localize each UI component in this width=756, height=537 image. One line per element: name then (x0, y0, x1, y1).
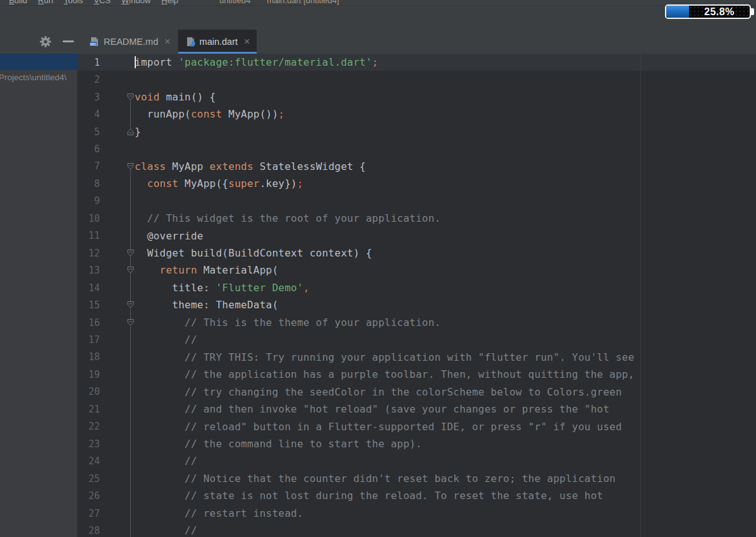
ide-window: RefactorBuildRunToolsVCSWindowHelpuntitl… (0, 0, 756, 537)
code-line[interactable]: 15 theme: ThemeData( (77, 296, 756, 313)
menu-item-vcs[interactable]: VCS (94, 0, 111, 5)
line-number[interactable]: 23 (77, 438, 100, 450)
code-line[interactable]: 8 const MyApp({super.key}); (77, 175, 756, 192)
tree-selected-row[interactable] (0, 54, 77, 70)
code-line[interactable]: 5} (77, 123, 756, 140)
fold-collapse-icon[interactable] (126, 93, 135, 101)
line-number[interactable]: 1 (77, 57, 100, 68)
token-comment: // Notice that the counter didn't reset … (135, 473, 616, 485)
fold-collapse-icon[interactable] (126, 301, 135, 309)
line-number[interactable]: 17 (77, 334, 100, 346)
token-plain: import (135, 56, 178, 68)
line-number[interactable]: 26 (77, 490, 100, 502)
code-line[interactable]: 12 Widget build(BuildContext context) { (77, 244, 756, 262)
token-comment: // TRY THIS: Try running your applicatio… (135, 351, 635, 363)
line-number[interactable]: 10 (77, 213, 100, 224)
settings-gear-icon[interactable] (39, 35, 52, 48)
code-line[interactable]: 4 runApp(const MyApp()); (77, 106, 756, 123)
fold-collapse-icon[interactable] (126, 162, 135, 171)
code-line[interactable]: 22 // reload" button in a Flutter-suppor… (77, 418, 756, 435)
code-line[interactable]: 3void main() { (77, 88, 756, 106)
menu-item-run[interactable]: Run (38, 0, 53, 5)
line-number[interactable]: 19 (77, 369, 100, 380)
fold-end-icon[interactable] (126, 128, 135, 136)
code-line[interactable]: 10 // This widget is the root of your ap… (77, 210, 756, 227)
code-text: Widget build(BuildContext context) { (135, 244, 372, 262)
gutter-fold-column (100, 487, 135, 504)
code-editor[interactable]: 1import 'package:flutter/material.dart';… (77, 54, 756, 537)
code-line[interactable]: 23 // the command line to start the app)… (77, 435, 756, 452)
fold-collapse-icon[interactable] (126, 266, 135, 274)
line-number[interactable]: 18 (77, 351, 100, 363)
line-number[interactable]: 27 (77, 508, 100, 519)
line-number[interactable]: 28 (77, 525, 100, 536)
line-number[interactable]: 12 (77, 248, 100, 259)
line-number[interactable]: 21 (77, 404, 100, 415)
tab-readme[interactable]: MD README.md × (82, 30, 178, 54)
line-number[interactable]: 16 (77, 317, 100, 329)
gutter-fold-column (100, 175, 135, 192)
line-number[interactable]: 4 (77, 109, 100, 120)
project-path-node[interactable]: Projects\untitled4\ (0, 73, 77, 82)
code-line[interactable]: 9 (77, 193, 756, 210)
code-line[interactable]: 27 // restart instead. (77, 505, 756, 522)
code-line[interactable]: 16 // This is the theme of your applicat… (77, 314, 756, 331)
code-text: runApp(const MyApp()); (135, 106, 284, 123)
tab-close-icon[interactable]: × (244, 36, 250, 47)
code-line[interactable]: 28 // (77, 522, 756, 537)
line-number[interactable]: 13 (77, 265, 100, 276)
tab-close-icon[interactable]: × (164, 36, 170, 47)
line-number[interactable]: 20 (77, 386, 100, 397)
menu-item-build[interactable]: Build (9, 0, 27, 5)
line-number[interactable]: 6 (77, 143, 100, 155)
code-line[interactable]: 14 title: 'Flutter Demo', (77, 279, 756, 296)
token-kw: const (191, 108, 222, 120)
line-number[interactable]: 9 (77, 195, 100, 207)
token-plain: MyApp (166, 160, 209, 172)
gutter-fold-column (100, 470, 135, 487)
fold-collapse-icon[interactable] (126, 318, 135, 327)
menu-item-window[interactable]: Window (121, 0, 150, 5)
token-plain: .key}) (260, 178, 297, 190)
code-text: // the command line to start the app). (135, 435, 422, 452)
code-line[interactable]: 7class MyApp extends StatelessWidget { (77, 158, 756, 175)
code-line[interactable]: 19 // the application has a purple toolb… (77, 366, 756, 383)
gutter-fold-column (100, 106, 135, 123)
menu-item-tools[interactable]: Tools (64, 0, 83, 5)
code-line[interactable]: 25 // Notice that the counter didn't res… (77, 470, 756, 487)
code-line[interactable]: 18 // TRY THIS: Try running your applica… (77, 349, 756, 366)
code-line[interactable]: 26 // state is not lost during the reloa… (77, 487, 756, 504)
code-line[interactable]: 1import 'package:flutter/material.dart'; (77, 54, 756, 71)
fold-collapse-icon[interactable] (126, 249, 135, 257)
line-number[interactable]: 14 (77, 282, 100, 294)
line-number[interactable]: 15 (77, 299, 100, 311)
code-line[interactable]: 17 // (77, 331, 756, 348)
gutter-fold-column (100, 158, 135, 175)
code-line[interactable]: 11 @override (77, 227, 756, 244)
code-line[interactable]: 2 (77, 71, 756, 88)
code-line[interactable]: 13 return MaterialApp( (77, 262, 756, 279)
line-number[interactable]: 24 (77, 456, 100, 467)
code-text: // This widget is the root of your appli… (135, 210, 441, 227)
code-line[interactable]: 6 (77, 140, 756, 157)
line-number[interactable]: 25 (77, 473, 100, 485)
line-number[interactable]: 2 (77, 74, 100, 85)
gutter-fold-column (100, 54, 135, 71)
line-number[interactable]: 8 (77, 178, 100, 190)
line-number[interactable]: 11 (77, 230, 100, 241)
menu-item-help[interactable]: Help (161, 0, 178, 5)
hide-panel-icon[interactable] (63, 40, 74, 42)
battery-percent: 25.8% (692, 6, 747, 18)
line-number[interactable]: 5 (77, 126, 100, 138)
code-line[interactable]: 21 // and then invoke "hot reload" (save… (77, 401, 756, 418)
code-line[interactable]: 24 // (77, 452, 756, 469)
code-text: theme: ThemeData( (135, 296, 278, 313)
line-number[interactable]: 22 (77, 421, 100, 432)
markdown-file-icon: MD (89, 37, 99, 47)
tab-maindart[interactable]: main.dart × (178, 30, 257, 54)
token-kw: extends (210, 160, 253, 172)
line-number[interactable]: 7 (77, 160, 100, 172)
tab-label: main.dart (200, 37, 238, 47)
code-line[interactable]: 20 // try changing the seedColor in the … (77, 383, 756, 401)
line-number[interactable]: 3 (77, 92, 100, 103)
